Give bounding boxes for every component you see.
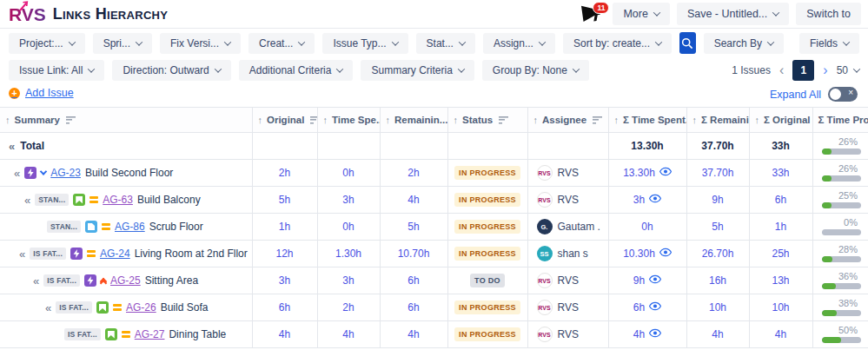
issue-key-link[interactable]: AG-23 bbox=[50, 167, 81, 179]
filter-lines-icon[interactable] bbox=[310, 116, 317, 124]
priority-medium-icon bbox=[113, 304, 122, 311]
filter-sort-by[interactable]: Sort by: create... bbox=[563, 33, 672, 54]
collapse-icon[interactable]: « bbox=[9, 140, 15, 153]
fields-button[interactable]: Fields bbox=[799, 33, 859, 54]
column-header-sum-remaining[interactable]: ↑Σ Remaini... bbox=[686, 108, 749, 133]
column-header-status[interactable]: ↑Status bbox=[447, 108, 527, 133]
assignee-cell: SSshan s bbox=[527, 241, 608, 267]
eye-icon[interactable] bbox=[649, 274, 661, 287]
sum-time-spent-value: 9h bbox=[633, 274, 645, 287]
filter-issue-link[interactable]: Issue Link: All bbox=[9, 60, 104, 81]
column-header-original[interactable]: ↑Original bbox=[252, 108, 317, 133]
chevron-down-icon bbox=[336, 65, 343, 72]
filter-sprint[interactable]: Spri... bbox=[93, 33, 152, 54]
eye-icon[interactable] bbox=[649, 328, 661, 340]
filter-issue-type[interactable]: Issue Typ... bbox=[322, 33, 407, 54]
next-page-button[interactable]: › bbox=[823, 63, 827, 78]
table-header-row: ↑Summary↑Original↑Time Spe...↑Remainin..… bbox=[0, 108, 868, 133]
expander-chevron-down-icon[interactable] bbox=[40, 168, 47, 175]
status-badge: IN PROGRESS bbox=[454, 247, 520, 261]
eye-icon[interactable] bbox=[649, 301, 661, 314]
switch-to-button[interactable]: Switch to bbox=[796, 3, 861, 25]
progress-percent: 26% bbox=[822, 136, 862, 147]
assignee-name: RVS bbox=[558, 167, 579, 179]
current-page[interactable]: 1 bbox=[792, 60, 814, 81]
eye-icon[interactable] bbox=[649, 194, 661, 206]
chevron-down-icon bbox=[391, 38, 398, 45]
original-estimate-cell: 1h bbox=[252, 214, 317, 241]
issue-summary: Living Room at 2nd Fllor bbox=[135, 248, 248, 260]
filter-project[interactable]: Project:... bbox=[9, 33, 85, 54]
issue-key-link[interactable]: AG-63 bbox=[103, 194, 133, 206]
filter-group-by[interactable]: Group By: None bbox=[482, 60, 589, 81]
column-header-sum-original[interactable]: ↑Σ Original ... bbox=[749, 108, 812, 133]
collapse-icon[interactable]: « bbox=[19, 248, 25, 261]
filter-additional-criteria[interactable]: Additional Criteria bbox=[239, 60, 354, 81]
eye-icon[interactable] bbox=[659, 248, 672, 260]
issue-type-bolt-icon bbox=[24, 167, 36, 179]
column-header-time-progress[interactable]: Σ Time Pro bbox=[812, 108, 868, 133]
action-row: + Add Issue Expand All × bbox=[0, 83, 868, 107]
summary-cell: «IS FAT...AG-25Sitting Area bbox=[0, 267, 252, 294]
issue-summary: Dining Table bbox=[169, 328, 226, 340]
total-summary-cell: «Total bbox=[0, 133, 252, 160]
eye-icon[interactable] bbox=[659, 167, 672, 179]
filter-lines-icon[interactable] bbox=[66, 116, 76, 124]
time-spent-cell: 3h bbox=[317, 267, 380, 294]
issue-key-link[interactable]: AG-86 bbox=[115, 221, 145, 233]
assignee-cell: RVSRVS bbox=[527, 267, 608, 294]
filter-assignee[interactable]: Assign... bbox=[483, 33, 555, 54]
empty-cell bbox=[527, 133, 608, 160]
chevron-down-icon bbox=[853, 65, 860, 72]
save-button[interactable]: Save - Untitled... bbox=[677, 3, 789, 25]
filter-status[interactable]: Stat... bbox=[416, 33, 475, 54]
chevron-down-icon bbox=[573, 65, 580, 72]
remaining-estimate-cell: 4h bbox=[380, 187, 447, 214]
add-issue-link[interactable]: + Add Issue bbox=[9, 87, 74, 99]
column-header-time-spent[interactable]: ↑Time Spe... bbox=[317, 108, 380, 133]
search-by-button[interactable]: Search By bbox=[704, 33, 784, 54]
collapse-icon[interactable]: « bbox=[33, 274, 39, 287]
filter-lines-icon[interactable] bbox=[593, 116, 602, 124]
issue-key-link[interactable]: AG-26 bbox=[126, 301, 156, 314]
link-type-badge: IS FAT... bbox=[43, 274, 80, 287]
more-button[interactable]: More bbox=[613, 3, 669, 25]
status-badge: IN PROGRESS bbox=[454, 300, 520, 314]
prev-page-button[interactable]: ‹ bbox=[779, 63, 784, 78]
filter-summary-criteria[interactable]: Summary Criteria bbox=[361, 60, 474, 81]
sum-original-cell: 25h bbox=[749, 241, 812, 267]
column-header-remaining[interactable]: ↑Remainin... bbox=[380, 108, 447, 133]
filter-created[interactable]: Creat... bbox=[248, 33, 315, 54]
sort-arrow-icon: ↑ bbox=[533, 115, 539, 125]
search-button[interactable] bbox=[679, 32, 696, 54]
sum-remaining-cell: 37.70h bbox=[686, 160, 749, 187]
sum-time-spent-cell: 0h bbox=[608, 214, 686, 241]
status-badge: IN PROGRESS bbox=[454, 327, 520, 341]
issue-summary: Scrub Floor bbox=[149, 221, 203, 233]
app-logo: RVS bbox=[9, 5, 46, 23]
issue-key-link[interactable]: AG-27 bbox=[135, 328, 165, 340]
sort-arrow-icon: ↑ bbox=[258, 115, 263, 125]
column-header-sum-time-spent[interactable]: ↑Σ Time Spent... bbox=[608, 108, 686, 133]
filter-fix-version[interactable]: Fix Versi... bbox=[160, 33, 241, 54]
original-estimate-cell: 2h bbox=[252, 160, 317, 187]
issue-key-link[interactable]: AG-25 bbox=[110, 274, 141, 287]
expand-all-toggle[interactable]: × bbox=[828, 87, 858, 102]
original-estimate-cell: 3h bbox=[252, 267, 317, 294]
filter-lines-icon[interactable] bbox=[499, 116, 508, 124]
collapse-icon[interactable]: « bbox=[14, 167, 20, 180]
issue-key-link[interactable]: AG-24 bbox=[100, 248, 130, 260]
collapse-icon[interactable]: « bbox=[24, 194, 30, 207]
column-header-assignee[interactable]: ↑Assignee bbox=[527, 108, 608, 133]
total-sum-remaining: 37.70h bbox=[686, 133, 749, 160]
collapse-icon[interactable]: « bbox=[45, 301, 51, 314]
column-label: Status bbox=[462, 115, 493, 125]
megaphone-icon[interactable]: 11 bbox=[580, 3, 606, 24]
filter-direction[interactable]: Direction: Outward bbox=[112, 60, 230, 81]
column-header-summary[interactable]: ↑Summary bbox=[0, 108, 252, 133]
page-size-select[interactable]: 50 bbox=[837, 64, 859, 76]
status-badge: TO DO bbox=[470, 274, 505, 287]
logo-arrow-icon bbox=[18, 0, 30, 11]
sum-original-cell: 6h bbox=[749, 187, 812, 214]
issue-type-bolt-icon bbox=[84, 274, 96, 287]
